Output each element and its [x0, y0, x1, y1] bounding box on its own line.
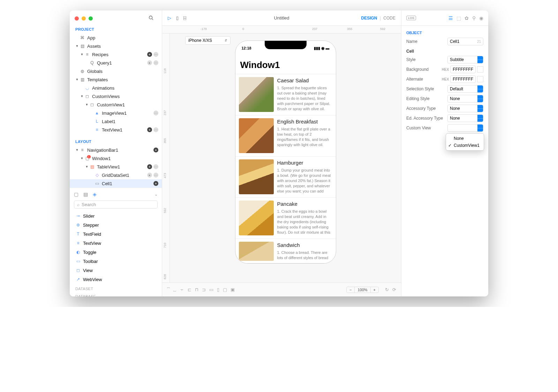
align-left-icon[interactable]: ⊏	[188, 287, 191, 292]
align-bottom-icon[interactable]: ⎵	[173, 287, 176, 292]
background-input[interactable]: HEXFFFFFFFF	[442, 66, 483, 73]
search-icon[interactable]	[149, 15, 153, 22]
list-icon[interactable]: ☰	[448, 15, 453, 21]
disclosure-icon[interactable]: ▼	[84, 165, 89, 168]
play-icon[interactable]	[147, 60, 152, 65]
distribute-h-icon[interactable]: ▭	[209, 287, 213, 292]
tree-item-animations[interactable]: ◡Animations	[70, 84, 162, 92]
play-icon[interactable]	[147, 173, 152, 178]
tree-item-app[interactable]: ⌘App	[70, 33, 162, 42]
chevron-down-icon[interactable]: ⌄	[154, 192, 158, 197]
lib-toggle[interactable]: ◐Toggle	[70, 248, 162, 257]
editing-style-select[interactable]: None	[447, 95, 483, 103]
zoom-out-button[interactable]: −	[347, 287, 355, 293]
dropdown-option-customview1[interactable]: CustomView1	[446, 142, 484, 149]
lib-textview[interactable]: ≡TextView	[70, 239, 162, 248]
list-item[interactable]: Caesar Salad1. Spread the baguette slice…	[235, 74, 336, 115]
lib-slider[interactable]: ⊸Slider	[70, 211, 162, 220]
list-item[interactable]: English Breakfast1. Heat the flat grill …	[235, 115, 336, 157]
tree-item-griddataset1[interactable]: ◇GridDataSet1⋯	[70, 171, 162, 179]
alternate-input[interactable]: HEXFFFFFFFF	[442, 75, 483, 83]
settings-dot-icon[interactable]: ⋯	[153, 60, 158, 65]
cube-icon[interactable]: ◈	[93, 191, 97, 197]
tree-item-templates[interactable]: ▼▥Templates	[70, 75, 162, 84]
disclosure-icon[interactable]: ▼	[84, 103, 89, 106]
disclosure-icon[interactable]: ▼	[80, 95, 84, 98]
lib-webview[interactable]: ↗WebView	[70, 275, 162, 284]
lib-textfield[interactable]: TTextField	[70, 229, 162, 239]
selection-style-select[interactable]: Default	[447, 85, 483, 93]
align-center-h-icon[interactable]: ⫟	[180, 287, 184, 292]
frame-icon[interactable]: ⬚	[457, 15, 461, 21]
device-icon[interactable]: ▯	[176, 15, 179, 21]
lib-toolbar[interactable]: ▭Toolbar	[70, 257, 162, 266]
add-icon[interactable]: +	[153, 148, 158, 152]
flower-icon[interactable]: ✿	[465, 15, 469, 21]
tree-item-window1[interactable]: ▼▢1Window1	[70, 154, 162, 163]
close-window-icon[interactable]	[75, 16, 79, 21]
lib-stepper[interactable]: ⊕Stepper	[70, 220, 162, 229]
settings-dot-icon[interactable]: ⋯	[153, 173, 158, 178]
tree-item-label1[interactable]: LLabel1	[70, 117, 162, 126]
tree-item-globals[interactable]: ◍Globals	[70, 67, 162, 75]
distribute-v-icon[interactable]: ▯	[217, 287, 219, 292]
ed-accessory-type-select[interactable]: None	[447, 114, 483, 122]
search-input[interactable]: ⌕ Search	[74, 201, 158, 209]
stack-icon[interactable]: ▢	[223, 287, 227, 292]
color-swatch[interactable]	[477, 76, 483, 82]
tree-item-customview1[interactable]: ▼◻CustomView1	[70, 100, 162, 109]
dropdown-option-none[interactable]: None	[446, 135, 484, 142]
stack2-icon[interactable]: ▣	[231, 287, 235, 292]
canvas-stage[interactable]: iPhone X/XS ⇵ 12:18 ▮▮▮ ◉ ▬ Window1	[170, 33, 401, 282]
tree-item-query1[interactable]: QQuery1⋯	[70, 59, 162, 67]
settings-dot-icon[interactable]: ⋯	[153, 127, 158, 132]
tree-item-textview1[interactable]: ≡TextView1+⋯	[70, 126, 162, 134]
settings-dot-icon[interactable]: ⋯	[153, 111, 158, 115]
tree-item-recipes[interactable]: ▼≡Recipes+⋯	[70, 50, 162, 59]
add-icon[interactable]: +	[153, 181, 158, 186]
align-top-icon[interactable]: ⎴	[167, 287, 170, 292]
minimize-window-icon[interactable]	[82, 16, 86, 21]
tree-item-assets[interactable]: ▼▤Assets	[70, 42, 162, 50]
tree-item-navbar[interactable]: ▼≡NavigationBar1+	[70, 146, 162, 154]
eye-icon[interactable]: ◉	[479, 15, 483, 21]
log-button[interactable]: LOG	[406, 16, 416, 20]
tree-item-customviews[interactable]: ▼◻CustomViews	[70, 92, 162, 100]
add-icon[interactable]: +	[147, 52, 152, 57]
custom-view-select[interactable]	[447, 124, 483, 132]
device-selector[interactable]: iPhone X/XS ⇵	[185, 36, 231, 45]
add-icon[interactable]: +	[147, 127, 152, 132]
name-input[interactable]: Cell121	[447, 38, 483, 45]
refresh-icon[interactable]: ↻	[385, 287, 389, 292]
design-mode-button[interactable]: DESIGN	[361, 16, 377, 21]
lib-view[interactable]: ◻View	[70, 266, 162, 275]
archive-icon[interactable]: ⌸	[183, 15, 186, 21]
zoom-in-button[interactable]: +	[371, 287, 378, 293]
run-icon[interactable]: ▷	[168, 15, 171, 21]
align-right-icon[interactable]: ⊐	[202, 287, 206, 292]
style-select[interactable]: Subtitle	[447, 56, 483, 63]
color-swatch[interactable]	[477, 66, 483, 73]
disclosure-icon[interactable]: ▼	[75, 78, 80, 81]
tree-item-cell1[interactable]: ▭Cell1+	[70, 179, 162, 188]
list-item[interactable]: Hamburger1. Dump your ground meat into a…	[235, 157, 336, 198]
list-item[interactable]: Sandwich1. Choose a bread. There are lot…	[235, 239, 336, 263]
layers-icon[interactable]: ▤	[83, 191, 88, 197]
tree-item-tableview1[interactable]: ▼▤TableView1+⋯	[70, 163, 162, 171]
link-icon[interactable]: ⚲	[472, 15, 476, 21]
settings-dot-icon[interactable]: ⋯	[153, 52, 158, 57]
tree-item-imageview1[interactable]: ▲ImageView1⋯	[70, 109, 162, 117]
reload-icon[interactable]: ⟳	[392, 287, 396, 292]
settings-dot-icon[interactable]: ⋯	[153, 164, 158, 169]
disclosure-icon[interactable]: ▼	[75, 148, 80, 152]
align-center-v-icon[interactable]: ⊓	[195, 287, 198, 292]
code-mode-button[interactable]: CODE	[383, 16, 395, 21]
disclosure-icon[interactable]: ▼	[75, 44, 80, 48]
disclosure-icon[interactable]: ▼	[80, 53, 84, 56]
accessory-type-select[interactable]: None	[447, 105, 483, 112]
zoom-window-icon[interactable]	[89, 16, 93, 21]
tablet-icon[interactable]: ▢	[74, 191, 78, 197]
disclosure-icon[interactable]: ▼	[80, 157, 84, 160]
add-icon[interactable]: +	[147, 164, 152, 169]
list-item[interactable]: Pancake1. Crack the eggs into a bowl and…	[235, 198, 336, 239]
